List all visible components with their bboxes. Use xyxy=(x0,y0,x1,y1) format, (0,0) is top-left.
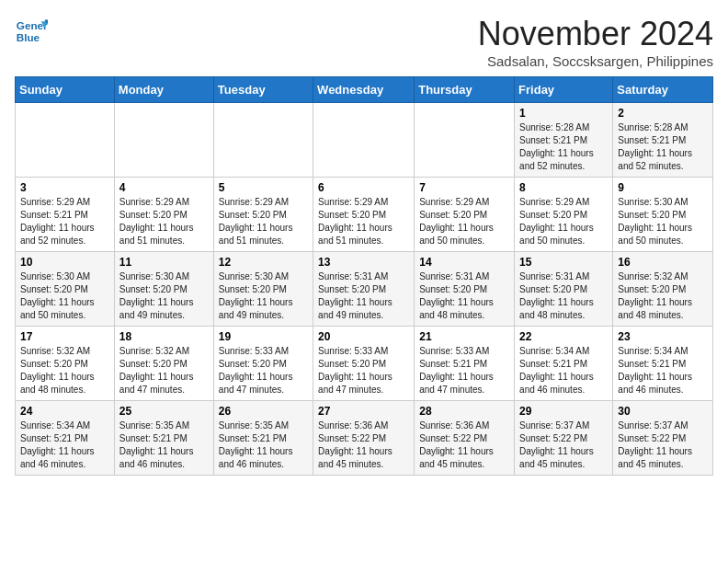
day-info: Sunrise: 5:31 AM Sunset: 5:20 PM Dayligh… xyxy=(519,270,608,322)
month-title: November 2024 xyxy=(478,15,713,53)
day-info: Sunrise: 5:35 AM Sunset: 5:21 PM Dayligh… xyxy=(219,419,308,471)
day-number: 22 xyxy=(519,330,608,343)
day-info: Sunrise: 5:30 AM Sunset: 5:20 PM Dayligh… xyxy=(119,270,209,322)
day-cell: 21Sunrise: 5:33 AM Sunset: 5:21 PM Dayli… xyxy=(415,327,515,401)
day-info: Sunrise: 5:31 AM Sunset: 5:20 PM Dayligh… xyxy=(419,270,509,322)
column-header-tuesday: Tuesday xyxy=(213,77,313,103)
day-cell: 20Sunrise: 5:33 AM Sunset: 5:20 PM Dayli… xyxy=(313,327,415,401)
day-cell xyxy=(213,103,313,178)
day-cell xyxy=(415,103,515,178)
page-header: General Blue November 2024 Sadsalan, Soc… xyxy=(15,15,713,69)
day-cell: 5Sunrise: 5:29 AM Sunset: 5:20 PM Daylig… xyxy=(213,178,313,252)
day-number: 19 xyxy=(219,330,308,343)
day-number: 6 xyxy=(318,181,409,194)
column-header-monday: Monday xyxy=(114,77,213,103)
day-number: 21 xyxy=(419,330,509,343)
day-number: 15 xyxy=(519,256,608,269)
day-cell: 8Sunrise: 5:29 AM Sunset: 5:20 PM Daylig… xyxy=(515,178,613,252)
day-number: 17 xyxy=(20,330,109,343)
day-cell: 17Sunrise: 5:32 AM Sunset: 5:20 PM Dayli… xyxy=(16,327,115,401)
column-header-saturday: Saturday xyxy=(613,77,713,103)
day-number: 18 xyxy=(119,330,209,343)
day-number: 26 xyxy=(219,405,308,418)
day-cell: 24Sunrise: 5:34 AM Sunset: 5:21 PM Dayli… xyxy=(16,401,115,476)
day-cell xyxy=(16,103,115,178)
day-number: 29 xyxy=(519,405,608,418)
day-number: 11 xyxy=(119,256,209,269)
day-number: 25 xyxy=(119,405,209,418)
day-number: 23 xyxy=(618,330,708,343)
day-cell: 2Sunrise: 5:28 AM Sunset: 5:21 PM Daylig… xyxy=(613,103,713,178)
day-info: Sunrise: 5:34 AM Sunset: 5:21 PM Dayligh… xyxy=(20,419,109,471)
day-cell: 13Sunrise: 5:31 AM Sunset: 5:20 PM Dayli… xyxy=(313,252,415,327)
day-info: Sunrise: 5:29 AM Sunset: 5:20 PM Dayligh… xyxy=(318,196,409,247)
week-row-5: 24Sunrise: 5:34 AM Sunset: 5:21 PM Dayli… xyxy=(16,401,713,476)
day-cell: 15Sunrise: 5:31 AM Sunset: 5:20 PM Dayli… xyxy=(515,252,613,327)
day-cell: 6Sunrise: 5:29 AM Sunset: 5:20 PM Daylig… xyxy=(313,178,415,252)
day-cell: 14Sunrise: 5:31 AM Sunset: 5:20 PM Dayli… xyxy=(415,252,515,327)
day-info: Sunrise: 5:28 AM Sunset: 5:21 PM Dayligh… xyxy=(519,121,608,173)
day-cell: 23Sunrise: 5:34 AM Sunset: 5:21 PM Dayli… xyxy=(613,327,713,401)
day-number: 28 xyxy=(419,405,509,418)
day-number: 30 xyxy=(618,405,708,418)
day-number: 5 xyxy=(219,181,308,194)
day-cell: 22Sunrise: 5:34 AM Sunset: 5:21 PM Dayli… xyxy=(515,327,613,401)
calendar-table: SundayMondayTuesdayWednesdayThursdayFrid… xyxy=(15,76,713,476)
day-number: 16 xyxy=(618,256,708,269)
day-info: Sunrise: 5:31 AM Sunset: 5:20 PM Dayligh… xyxy=(318,270,409,322)
day-info: Sunrise: 5:33 AM Sunset: 5:20 PM Dayligh… xyxy=(318,345,409,396)
day-number: 27 xyxy=(318,405,409,418)
day-info: Sunrise: 5:36 AM Sunset: 5:22 PM Dayligh… xyxy=(318,419,409,471)
day-info: Sunrise: 5:29 AM Sunset: 5:20 PM Dayligh… xyxy=(219,196,308,247)
day-info: Sunrise: 5:32 AM Sunset: 5:20 PM Dayligh… xyxy=(618,270,708,322)
day-info: Sunrise: 5:29 AM Sunset: 5:20 PM Dayligh… xyxy=(119,196,209,247)
day-cell: 3Sunrise: 5:29 AM Sunset: 5:21 PM Daylig… xyxy=(16,178,115,252)
day-number: 9 xyxy=(618,181,708,194)
day-info: Sunrise: 5:33 AM Sunset: 5:21 PM Dayligh… xyxy=(419,345,509,396)
day-number: 10 xyxy=(20,256,109,269)
day-info: Sunrise: 5:37 AM Sunset: 5:22 PM Dayligh… xyxy=(519,419,608,471)
day-cell: 25Sunrise: 5:35 AM Sunset: 5:21 PM Dayli… xyxy=(114,401,213,476)
column-header-thursday: Thursday xyxy=(415,77,515,103)
week-row-4: 17Sunrise: 5:32 AM Sunset: 5:20 PM Dayli… xyxy=(16,327,713,401)
day-cell: 1Sunrise: 5:28 AM Sunset: 5:21 PM Daylig… xyxy=(515,103,613,178)
day-number: 13 xyxy=(318,256,409,269)
day-info: Sunrise: 5:28 AM Sunset: 5:21 PM Dayligh… xyxy=(618,121,708,173)
day-cell: 26Sunrise: 5:35 AM Sunset: 5:21 PM Dayli… xyxy=(213,401,313,476)
day-info: Sunrise: 5:32 AM Sunset: 5:20 PM Dayligh… xyxy=(20,345,109,396)
day-info: Sunrise: 5:32 AM Sunset: 5:20 PM Dayligh… xyxy=(119,345,209,396)
day-number: 8 xyxy=(519,181,608,194)
day-info: Sunrise: 5:33 AM Sunset: 5:20 PM Dayligh… xyxy=(219,345,308,396)
day-cell: 28Sunrise: 5:36 AM Sunset: 5:22 PM Dayli… xyxy=(415,401,515,476)
day-cell: 10Sunrise: 5:30 AM Sunset: 5:20 PM Dayli… xyxy=(16,252,115,327)
day-cell: 19Sunrise: 5:33 AM Sunset: 5:20 PM Dayli… xyxy=(213,327,313,401)
day-cell: 30Sunrise: 5:37 AM Sunset: 5:22 PM Dayli… xyxy=(613,401,713,476)
day-cell: 7Sunrise: 5:29 AM Sunset: 5:20 PM Daylig… xyxy=(415,178,515,252)
day-number: 24 xyxy=(20,405,109,418)
day-cell: 11Sunrise: 5:30 AM Sunset: 5:20 PM Dayli… xyxy=(114,252,213,327)
day-info: Sunrise: 5:36 AM Sunset: 5:22 PM Dayligh… xyxy=(419,419,509,471)
svg-text:Blue: Blue xyxy=(17,31,40,43)
day-cell xyxy=(313,103,415,178)
day-number: 14 xyxy=(419,256,509,269)
day-info: Sunrise: 5:34 AM Sunset: 5:21 PM Dayligh… xyxy=(519,345,608,396)
day-info: Sunrise: 5:34 AM Sunset: 5:21 PM Dayligh… xyxy=(618,345,708,396)
day-cell: 4Sunrise: 5:29 AM Sunset: 5:20 PM Daylig… xyxy=(114,178,213,252)
day-info: Sunrise: 5:29 AM Sunset: 5:20 PM Dayligh… xyxy=(419,196,509,247)
logo: General Blue xyxy=(15,15,48,48)
column-header-sunday: Sunday xyxy=(16,77,115,103)
day-number: 2 xyxy=(618,107,708,120)
day-cell: 16Sunrise: 5:32 AM Sunset: 5:20 PM Dayli… xyxy=(613,252,713,327)
day-cell: 12Sunrise: 5:30 AM Sunset: 5:20 PM Dayli… xyxy=(213,252,313,327)
day-number: 7 xyxy=(419,181,509,194)
day-info: Sunrise: 5:29 AM Sunset: 5:21 PM Dayligh… xyxy=(20,196,109,247)
day-number: 3 xyxy=(20,181,109,194)
day-cell: 9Sunrise: 5:30 AM Sunset: 5:20 PM Daylig… xyxy=(613,178,713,252)
day-info: Sunrise: 5:37 AM Sunset: 5:22 PM Dayligh… xyxy=(618,419,708,471)
day-cell xyxy=(114,103,213,178)
svg-text:General: General xyxy=(17,19,48,31)
day-info: Sunrise: 5:30 AM Sunset: 5:20 PM Dayligh… xyxy=(219,270,308,322)
title-block: November 2024 Sadsalan, Soccsksargen, Ph… xyxy=(478,15,713,69)
column-header-friday: Friday xyxy=(515,77,613,103)
column-header-wednesday: Wednesday xyxy=(313,77,415,103)
